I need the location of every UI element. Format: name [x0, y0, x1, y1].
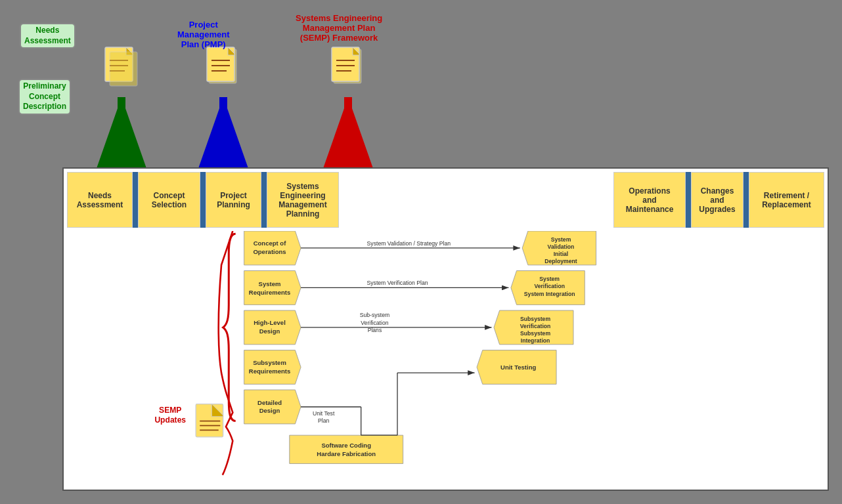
svg-text:System Validation / Strategy P: System Validation / Strategy Plan [367, 240, 451, 247]
phase-divider-1 [133, 172, 138, 228]
svg-text:System: System [551, 236, 571, 243]
semp-framework-label: Systems EngineeringManagement Plan(SEMP)… [296, 13, 382, 43]
phase-changes: ChangesandUpgrades [691, 172, 743, 228]
svg-text:Verification: Verification [361, 320, 388, 326]
phase-divider-3 [261, 172, 267, 228]
svg-text:High-Level: High-Level [254, 319, 286, 326]
svg-text:Subsystem: Subsystem [520, 316, 550, 322]
svg-text:SEMP: SEMP [159, 406, 181, 415]
svg-text:Requirements: Requirements [249, 289, 290, 296]
svg-text:Subsystem: Subsystem [253, 359, 286, 366]
svg-text:Verification: Verification [534, 283, 564, 289]
svg-text:Unit Testing: Unit Testing [500, 364, 536, 371]
svg-text:Unit Test: Unit Test [313, 410, 335, 417]
phase-needs-assessment: Needs Assessment [67, 172, 133, 228]
phase-operations: OperationsandMaintenance [613, 172, 686, 228]
main-diagram: Needs Assessment ConceptSelection Projec… [62, 167, 829, 491]
phase-project-planning: ProjectPlanning [206, 172, 261, 228]
svg-rect-74 [196, 404, 223, 437]
phase-retirement: Retirement /Replacement [749, 172, 824, 228]
phase-divider-2 [200, 172, 206, 228]
pmp-label: ProjectManagementPlan (PMP) [177, 20, 229, 49]
top-area: NeedsAssessment PreliminaryConceptDescri… [0, 0, 842, 171]
document-icon-1 [102, 46, 141, 92]
v-diagram-svg: Concept of Operations System Requirement… [67, 231, 824, 486]
svg-text:Operations: Operations [253, 248, 286, 255]
svg-text:Integration: Integration [521, 337, 550, 344]
needs-assessment-label: NeedsAssessment [20, 23, 76, 49]
svg-text:System: System [539, 276, 560, 282]
svg-text:Validation: Validation [548, 243, 575, 250]
phase-divider-5 [743, 172, 749, 228]
phase-concept-selection: ConceptSelection [138, 172, 200, 228]
svg-text:System: System [259, 280, 281, 287]
svg-text:Initial: Initial [554, 251, 569, 257]
svg-text:Deployment: Deployment [544, 258, 577, 264]
svg-text:Plans: Plans [368, 327, 382, 333]
svg-marker-28 [244, 271, 301, 305]
preliminary-concept-label: PreliminaryConceptDescription [18, 79, 71, 115]
svg-text:Design: Design [259, 327, 280, 335]
phase-v-space [339, 172, 613, 228]
svg-text:Detailed: Detailed [257, 399, 282, 406]
svg-text:Requirements: Requirements [249, 368, 290, 375]
main-container: NeedsAssessment PreliminaryConceptDescri… [0, 0, 842, 504]
document-icon-2 [204, 46, 243, 92]
phase-divider-4 [686, 172, 691, 228]
svg-text:Design: Design [259, 407, 280, 414]
phase-semp: SystemsEngineeringManagementPlanning [267, 172, 339, 228]
svg-text:Software Coding: Software Coding [321, 442, 371, 449]
svg-text:Plan: Plan [318, 417, 329, 424]
svg-text:Subsystem: Subsystem [520, 330, 550, 337]
svg-marker-40 [290, 435, 403, 463]
svg-text:Verification: Verification [520, 323, 551, 329]
svg-rect-5 [110, 52, 137, 86]
svg-text:System Verification Plan: System Verification Plan [367, 280, 428, 286]
svg-text:System Integration: System Integration [524, 291, 575, 297]
svg-text:Concept of: Concept of [254, 240, 286, 247]
svg-text:Updates: Updates [154, 415, 186, 425]
svg-text:Hardare Fabrication: Hardare Fabrication [317, 450, 376, 457]
document-icon-3 [328, 46, 368, 92]
svg-text:Sub-system: Sub-system [360, 312, 390, 318]
phase-row: Needs Assessment ConceptSelection Projec… [67, 172, 824, 228]
